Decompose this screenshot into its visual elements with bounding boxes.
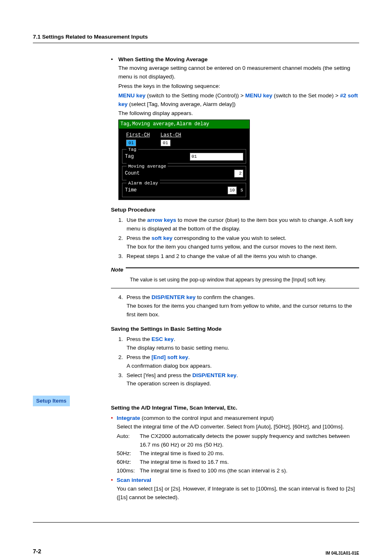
saving-heading: Saving the Settings in Basic Setting Mod… <box>111 325 359 334</box>
setup-items-section: Setup Items Setting the A/D Integral Tim… <box>111 396 359 502</box>
sv2-extra: A confirmation dialog box appears. <box>127 363 212 369</box>
alarm-unit: s <box>240 187 243 193</box>
s4-extra: The boxes for the items you changed turn… <box>127 303 352 318</box>
device-screen: Tag,Moving average,Alarm delay First-CH … <box>118 120 250 200</box>
mavg-label: Count <box>125 170 140 177</box>
step-num: 1. <box>118 335 127 352</box>
tag-group: Tag Tag 01 <box>122 149 246 164</box>
step-2: 2. Press the soft key corresponding to t… <box>118 234 359 251</box>
alarm-value[interactable]: 10 <box>228 187 237 194</box>
bullet: • <box>111 55 118 64</box>
note-text: The value is set using the pop-up window… <box>130 276 359 284</box>
step-num: 2. <box>118 234 127 251</box>
sv1-post: . <box>174 336 175 342</box>
f100-term: 100ms: <box>117 467 140 475</box>
moving-avg-p2: Press the keys in the following sequence… <box>118 82 359 91</box>
moving-avg-heading: • When Setting the Moving Average <box>111 55 359 64</box>
disp-enter-kw: DISP/ENTER key <box>152 294 196 300</box>
step-num: 2. <box>118 353 127 371</box>
sv2-post: . <box>188 354 190 360</box>
tag-value[interactable]: 01 <box>190 153 243 161</box>
saving-steps: 1. Press the ESC key. The display return… <box>118 335 359 389</box>
note-heading: Note <box>111 262 359 274</box>
menu-key-2: MENU key <box>245 92 272 99</box>
last-ch-value[interactable]: 01 <box>161 140 171 146</box>
mavg-legend: Moving average <box>127 163 168 170</box>
page-footer: 7-2 IM 04L31A01-01E <box>33 547 359 555</box>
last-ch: Last-CH 01 <box>161 131 181 147</box>
opt-50hz: 50Hz: The integral time is fixed to 20 m… <box>117 449 359 458</box>
setup-steps: 1. Use the arrow keys to move the cursor… <box>118 216 359 261</box>
last-ch-label: Last-CH <box>161 131 181 139</box>
s4-post: to confirm the changes. <box>196 294 255 300</box>
seq-t3: (select [Tag, Moving average, Alarm dela… <box>128 101 236 107</box>
screen-body: First-CH 01 Last-CH 01 Tag Tag 01 Moving… <box>118 129 250 200</box>
save-step-1: 1. Press the ESC key. The display return… <box>118 335 359 352</box>
step-num: 4. <box>118 293 127 319</box>
integrate-row: •Integrate (common to the control input … <box>111 414 359 423</box>
tag-legend: Tag <box>127 146 138 153</box>
save-step-2: 2. Press the [End] soft key. A confirmat… <box>118 353 359 371</box>
note-rule-line <box>126 267 359 268</box>
step-4: 4. Press the DISP/ENTER key to confirm t… <box>118 293 359 319</box>
setup-steps-cont: 4. Press the DISP/ENTER key to confirm t… <box>118 293 359 319</box>
alarm-legend: Alarm delay <box>127 180 160 187</box>
s4-pre: Press the <box>127 294 152 300</box>
first-ch-value[interactable]: 01 <box>126 140 136 146</box>
setup-items-label-col: Setup Items <box>33 396 111 406</box>
step-body: Repeat steps 1 and 2 to change the value… <box>127 252 359 261</box>
step-num: 1. <box>118 216 127 233</box>
arrow-keys-kw: arrow keys <box>147 217 176 223</box>
step-body: Use the arrow keys to move the cursor (b… <box>127 216 359 233</box>
s2-post: corresponding to the value you wish to s… <box>173 235 286 241</box>
save-step-3: 3. Select [Yes] and press the DISP/ENTER… <box>118 371 359 389</box>
step-3: 3. Repeat steps 1 and 2 to change the va… <box>118 252 359 261</box>
opt-100ms: 100ms: The integral time is fixed to 100… <box>117 467 359 475</box>
s2-pre: Press the <box>127 235 152 241</box>
step-body: Press the soft key corresponding to the … <box>127 234 359 251</box>
esc-key-kw: ESC key <box>152 336 174 342</box>
f50-def: The integral time is fixed to 20 ms. <box>140 449 359 458</box>
f100-def: The integral time is fixed to 100 ms (th… <box>140 467 359 475</box>
scan-row: •Scan interval <box>111 476 359 485</box>
integrate-kw: Integrate <box>117 415 140 421</box>
integrate-desc: Select the integral time of the A/D conv… <box>117 423 359 431</box>
note-end-rule <box>111 288 359 288</box>
f60-term: 60Hz: <box>117 458 140 467</box>
page-number: 7-2 <box>33 547 41 555</box>
ad-heading: Setting the A/D Integral Time, Scan Inte… <box>111 404 359 412</box>
menu-key-1: MENU key <box>118 92 145 99</box>
step-body: Press the ESC key. The display returns t… <box>127 335 359 352</box>
step-body: Press the [End] soft key. A confirmation… <box>127 353 359 371</box>
s2-extra: The box for the item you changed turns y… <box>127 244 337 250</box>
mavg-group: Moving average Count 2 <box>122 166 246 180</box>
section-heading: 7.1 Settings Related to Measurement Inpu… <box>33 33 359 43</box>
step-body: Select [Yes] and press the DISP/ENTER ke… <box>127 371 359 389</box>
sv3-extra: The operation screen is displayed. <box>127 380 211 387</box>
setup-items-badge: Setup Items <box>33 396 70 406</box>
sv3-pre: Select [Yes] and press the <box>127 372 192 378</box>
alarm-group: Alarm delay Time 10 s <box>122 183 246 197</box>
sv2-pre: Press the <box>127 354 152 360</box>
seq-t1: (switch to the Setting mode (Control)) > <box>145 92 245 99</box>
first-ch-label: First-CH <box>126 131 150 139</box>
sv1-pre: Press the <box>127 336 152 342</box>
first-ch: First-CH 01 <box>126 131 150 147</box>
mavg-value[interactable]: 2 <box>234 170 243 177</box>
main-content: • When Setting the Moving Average The mo… <box>111 55 359 523</box>
step-1: 1. Use the arrow keys to move the cursor… <box>118 216 359 233</box>
tag-label: Tag <box>125 153 134 161</box>
disp-enter-kw-2: DISP/ENTER key <box>192 372 236 378</box>
doc-id: IM 04L31A01-01E <box>325 550 359 555</box>
seq-t2: (switch to the Set mode) > <box>272 92 340 99</box>
opt-auto: Auto: The CX2000 automatically detects t… <box>117 432 359 449</box>
sv1-extra: The display returns to basic setting men… <box>127 345 229 351</box>
step-num: 3. <box>118 371 127 389</box>
auto-term: Auto: <box>117 432 140 449</box>
screen-titlebar: Tag,Moving average,Alarm delay <box>118 120 250 129</box>
f50-term: 50Hz: <box>117 449 140 458</box>
footer-rule <box>33 522 359 523</box>
integrate-rest: (common to the control input and measure… <box>140 415 274 421</box>
bullet-icon: • <box>111 476 117 485</box>
bullet-icon: • <box>111 414 117 423</box>
